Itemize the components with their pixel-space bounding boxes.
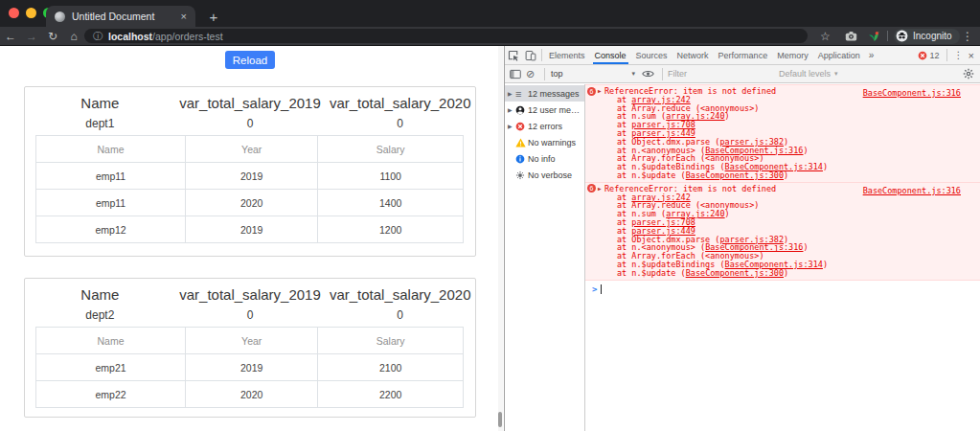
expand-caret-icon[interactable]: ▶ bbox=[598, 87, 602, 96]
sidebar-item-warnings[interactable]: No warnings bbox=[505, 134, 584, 150]
table-row: emp11 2019 1100 bbox=[36, 163, 464, 190]
clear-console-button[interactable]: ⊘ bbox=[526, 65, 535, 82]
verbose-icon bbox=[515, 170, 525, 180]
tab-performance[interactable]: Performance bbox=[714, 46, 773, 64]
cell-year: 2019 bbox=[186, 354, 318, 381]
forward-icon[interactable]: → bbox=[21, 30, 42, 43]
expand-caret-icon[interactable]: ▶ bbox=[598, 185, 602, 193]
new-tab-button[interactable]: + bbox=[203, 6, 224, 27]
tab-memory[interactable]: Memory bbox=[772, 46, 813, 64]
tab-elements[interactable]: Elements bbox=[544, 46, 590, 64]
extension-button[interactable] bbox=[868, 27, 880, 45]
table-header-row: Name Year Salary bbox=[36, 136, 464, 163]
tab-application[interactable]: Application bbox=[813, 46, 865, 64]
tab-favicon bbox=[55, 11, 65, 22]
sidebar-item-all-messages[interactable]: ▶ ≡ 12 messages bbox=[505, 85, 584, 102]
live-expression-button[interactable] bbox=[642, 65, 654, 82]
stack-file-link[interactable]: BaseComponent.js:300 bbox=[686, 170, 784, 180]
expand-caret-icon[interactable]: ▶ bbox=[508, 106, 515, 113]
repeat-count-badge: 6 bbox=[587, 87, 596, 96]
tab-sources[interactable]: Sources bbox=[631, 46, 672, 64]
cell-year: 2019 bbox=[186, 163, 318, 190]
sidebar-item-verbose[interactable]: No verbose bbox=[505, 167, 584, 183]
home-icon[interactable]: ⌂ bbox=[63, 30, 84, 43]
console-settings-button[interactable] bbox=[963, 65, 974, 82]
log-levels-dropdown[interactable]: Default levels ▾ bbox=[779, 65, 838, 82]
expand-caret-icon[interactable]: ▶ bbox=[508, 90, 515, 97]
browser-toolbar: ← → ↻ ⌂ ⓘ localhost /app/orders-test ☆ bbox=[0, 27, 980, 46]
more-tabs-button[interactable]: » bbox=[865, 50, 878, 60]
close-window-button[interactable] bbox=[9, 8, 19, 18]
stack-file-link[interactable]: BaseComponent.js:300 bbox=[686, 268, 784, 278]
incognito-label: Incognito bbox=[913, 31, 952, 41]
dept-name: dept1 bbox=[25, 117, 175, 130]
dept-total-2020: 0 bbox=[325, 308, 475, 322]
tab-network[interactable]: Network bbox=[672, 46, 714, 64]
page-reload-button[interactable]: Reload bbox=[225, 51, 275, 69]
source-file-link[interactable]: BaseComponent.js:316 bbox=[863, 187, 961, 195]
error-count-badge[interactable]: 12 bbox=[918, 51, 940, 60]
address-bar[interactable]: ⓘ localhost /app/orders-test bbox=[84, 29, 808, 43]
page-scrollbar-track[interactable] bbox=[498, 46, 503, 431]
inspect-element-button[interactable] bbox=[505, 50, 522, 61]
chevron-down-icon: ▾ bbox=[631, 70, 635, 78]
cell-salary: 2200 bbox=[318, 381, 464, 408]
site-info-icon[interactable]: ⓘ bbox=[93, 30, 103, 43]
incognito-badge: Incognito bbox=[894, 29, 960, 44]
console-sidebar-toggle[interactable] bbox=[510, 65, 521, 82]
reload-icon[interactable]: ↻ bbox=[42, 30, 63, 43]
source-file-link[interactable]: BaseComponent.js:316 bbox=[863, 89, 961, 98]
browser-window: Untitled Document × + ← → ↻ ⌂ ⓘ localhos… bbox=[0, 0, 980, 431]
table-row: emp22 2020 2200 bbox=[36, 381, 464, 408]
expand-caret-icon[interactable]: ▶ bbox=[508, 123, 515, 129]
dept-name: dept2 bbox=[25, 308, 175, 322]
console-messages: 6 ▶ ReferenceError: item is not defined … bbox=[585, 84, 980, 431]
error-main-line: 6 ▶ ReferenceError: item is not defined … bbox=[587, 185, 974, 193]
browser-tab[interactable]: Untitled Document × bbox=[46, 6, 195, 27]
screenshot-extension-button[interactable] bbox=[845, 27, 857, 45]
devtools-close-icon[interactable]: × bbox=[969, 50, 974, 61]
devtools-menu-icon[interactable]: ⋮ bbox=[954, 50, 964, 60]
page-scrollbar-thumb[interactable] bbox=[498, 412, 502, 427]
console-toolbar: ⊘ top ▾ Filter Default levels ▾ bbox=[505, 65, 980, 83]
minimize-window-button[interactable] bbox=[26, 8, 36, 18]
dept2-card: Name var_total_salary_2019 var_total_sal… bbox=[24, 278, 476, 418]
prompt-chevron-icon: > bbox=[592, 284, 597, 294]
console-prompt[interactable]: > bbox=[585, 281, 980, 294]
devtools-panel: Elements Console Sources Network Perform… bbox=[504, 46, 980, 431]
dept1-card-header: Name var_total_salary_2019 var_total_sal… bbox=[25, 95, 475, 111]
column-header-salary: Salary bbox=[318, 136, 464, 163]
toolbar-separator bbox=[544, 68, 545, 80]
toolbar-separator bbox=[662, 68, 663, 80]
console-filter-input[interactable]: Filter bbox=[668, 65, 687, 82]
card-header-name: Name bbox=[25, 286, 175, 303]
dept2-card-header: Name var_total_salary_2019 var_total_sal… bbox=[25, 286, 475, 303]
sidebar-item-user-messages[interactable]: ▶ 12 user me… bbox=[505, 102, 584, 118]
stack-frame: at n.$update (BaseComponent.js:300) bbox=[587, 269, 974, 278]
web-page: Reload Name var_total_salary_2019 var_to… bbox=[0, 46, 504, 431]
device-toolbar-button[interactable] bbox=[522, 50, 539, 61]
sidebar-item-errors[interactable]: ▶ 12 errors bbox=[505, 118, 584, 134]
console-error-message[interactable]: 6 ▶ ReferenceError: item is not defined … bbox=[585, 182, 980, 281]
bookmark-star[interactable]: ☆ bbox=[820, 27, 831, 45]
cell-name: emp22 bbox=[36, 381, 186, 408]
cell-year: 2020 bbox=[186, 190, 318, 216]
tab-console[interactable]: Console bbox=[590, 46, 631, 64]
console-error-message[interactable]: 6 ▶ ReferenceError: item is not defined … bbox=[585, 84, 980, 183]
kebab-menu-icon: ⋮ bbox=[962, 30, 973, 43]
stack-frame: at n.$update (BaseComponent.js:300) bbox=[587, 171, 974, 180]
messages-list-icon: ≡ bbox=[515, 89, 521, 99]
execution-context-dropdown[interactable]: top ▾ bbox=[551, 65, 635, 82]
tab-close-icon[interactable]: × bbox=[181, 11, 187, 22]
tab-strip: Untitled Document × + bbox=[0, 0, 980, 27]
sidebar-item-label: 12 errors bbox=[528, 122, 562, 131]
browser-menu-button[interactable]: ⋮ bbox=[962, 27, 973, 45]
dept1-summary-row: dept1 0 0 bbox=[25, 117, 475, 130]
back-icon[interactable]: ← bbox=[0, 30, 21, 43]
table-row: emp21 2019 2100 bbox=[36, 354, 464, 381]
table-row: emp11 2020 1400 bbox=[36, 190, 464, 216]
sidebar-item-info[interactable]: No info bbox=[505, 150, 584, 167]
error-main-line: 6 ▶ ReferenceError: item is not defined … bbox=[587, 87, 974, 96]
text-cursor bbox=[601, 284, 602, 294]
dept-total-2020: 0 bbox=[325, 117, 475, 130]
